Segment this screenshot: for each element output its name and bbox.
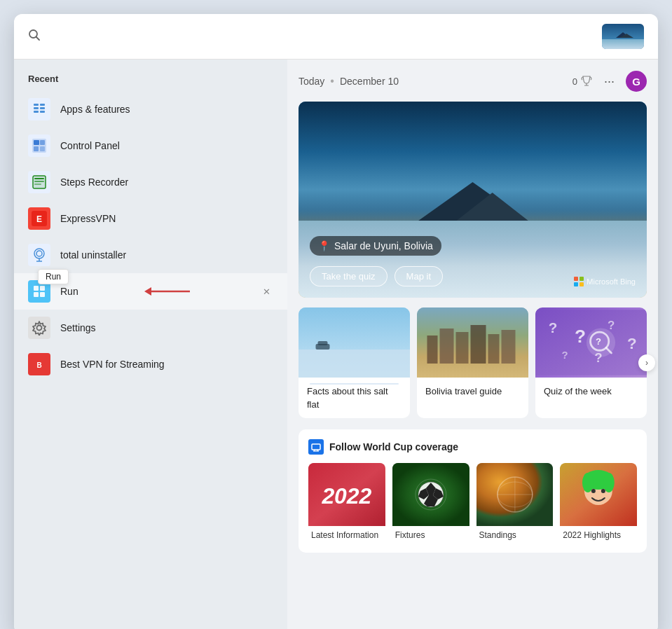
expressvpn-label: ExpressVPN [60,213,116,224]
svg-rect-30 [40,286,45,291]
cards-row: Facts about this salt flat [299,307,647,418]
sidebar-item-settings[interactable]: Settings [14,310,287,346]
control-panel-icon [28,134,50,157]
svg-rect-14 [40,140,45,145]
trophy-number: 0 [572,76,577,87]
wc-card-fixtures[interactable]: Fixtures [392,463,469,543]
hero-image[interactable]: 📍 Salar de Uyuni, Bolivia Take the quiz … [299,102,647,298]
svg-rect-43 [299,350,410,378]
svg-point-87 [603,473,615,492]
svg-rect-13 [34,140,39,145]
date-label: December 10 [340,76,399,87]
svg-point-35 [37,326,42,331]
svg-rect-20 [34,184,41,185]
svg-rect-10 [40,107,45,109]
steps-recorder-icon [28,171,50,193]
search-input[interactable]: Salar de Uyuni Bolivia [48,30,595,43]
wc-card-latest[interactable]: 2022 Latest Information [308,463,385,543]
wc-highlights-label: 2022 Highlights [560,526,637,543]
run-label: Run [60,286,78,297]
bing-logo: Microsoft Bing [574,277,636,286]
svg-rect-15 [34,146,39,151]
right-header: Today • December 10 0 ··· [299,71,647,92]
more-button[interactable]: ··· [600,73,619,90]
card-salt-flat-content: Facts about this salt flat [299,378,410,418]
sidebar-item-run[interactable]: Run Run [14,273,287,310]
svg-rect-64 [312,444,320,450]
worldcup-title: Follow World Cup coverage [329,441,458,452]
svg-rect-49 [456,332,469,364]
svg-rect-52 [502,330,516,364]
sidebar-item-steps-recorder[interactable]: Steps Recorder [14,164,287,200]
settings-label: Settings [60,322,96,333]
svg-rect-9 [40,104,45,106]
sidebar-item-total-uninstaller[interactable]: total uninstaller [14,237,287,273]
svg-line-1 [36,37,40,41]
sidebar-item-apps[interactable]: Apps & features [14,91,287,127]
svg-point-89 [601,489,605,493]
control-panel-label: Control Panel [60,140,120,151]
run-tooltip: Run [38,269,69,284]
svg-text:?: ? [549,319,558,336]
svg-point-88 [591,489,596,493]
hero-buttons: Take the quiz Map it [310,266,443,286]
wc-latest-image: 2022 [308,463,385,526]
expressvpn-icon: E [28,207,50,230]
card-quiz-title: Quiz of the week [544,386,612,396]
card-bolivia-travel[interactable]: Bolivia travel guide [417,307,528,418]
pin-icon: 📍 [318,240,330,251]
card-quiz-image: ? ? ? ? ? ? ? [535,307,647,378]
cards-next-button[interactable]: › [638,354,655,371]
sidebar-item-control-panel[interactable]: Control Panel [14,127,287,164]
run-arrow [144,283,193,300]
card-quiz-content: Quiz of the week [535,378,647,405]
left-panel: Recent Apps & features [14,60,287,629]
date-separator: • [330,75,334,88]
avatar[interactable]: G [626,71,647,92]
svg-rect-47 [427,336,438,364]
windows-icon [574,277,584,286]
apps-label: Apps & features [60,104,130,115]
map-it-button[interactable]: Map it [395,266,443,286]
sidebar-item-bestvpn[interactable]: B Best VPN for Streaming [14,346,287,382]
svg-rect-45 [318,341,328,345]
search-preview-image [602,24,644,49]
svg-point-86 [582,473,594,492]
search-icon [28,29,41,44]
svg-text:?: ? [627,335,637,352]
apps-icon [28,98,50,120]
wc-standings-label: Standings [476,526,554,543]
take-quiz-button[interactable]: Take the quiz [310,266,388,286]
run-close-button[interactable]: ✕ [259,284,273,298]
svg-rect-16 [40,146,45,151]
wc-card-standings[interactable]: Standings [476,463,554,543]
body-content: Recent Apps & features [14,60,658,629]
svg-text:?: ? [596,336,601,347]
wc-latest-label: Latest Information [308,526,385,543]
svg-rect-50 [471,325,486,364]
wc-card-highlights[interactable]: 2022 Highlights [560,463,637,543]
svg-rect-7 [34,107,39,109]
bing-label: Microsoft Bing [587,277,636,286]
bestvpn-label: Best VPN for Streaming [60,359,165,370]
today-label: Today [299,76,324,87]
svg-rect-51 [488,334,500,364]
wc-standings-image [476,463,554,526]
svg-text:2022: 2022 [321,483,371,509]
sidebar-item-expressvpn[interactable]: E ExpressVPN [14,200,287,237]
recent-label: Recent [14,74,287,91]
card-quiz-week[interactable]: ? ? ? ? ? ? ? [535,307,647,418]
worldcup-header: Follow World Cup coverage [308,439,637,455]
total-uninstaller-label: total uninstaller [60,249,126,261]
svg-rect-32 [40,292,45,297]
search-bar-right [602,24,644,49]
card-salt-flat[interactable]: Facts about this salt flat [299,307,410,418]
svg-text:?: ? [608,319,615,332]
svg-rect-19 [34,181,44,182]
card-salt-flat-title: Facts about this salt flat [307,386,388,410]
card-bolivia-title: Bolivia travel guide [425,386,502,396]
svg-rect-11 [40,111,45,113]
wc-fixtures-image [392,463,469,526]
header-actions: 0 ··· G [572,71,647,92]
svg-point-25 [36,251,42,256]
